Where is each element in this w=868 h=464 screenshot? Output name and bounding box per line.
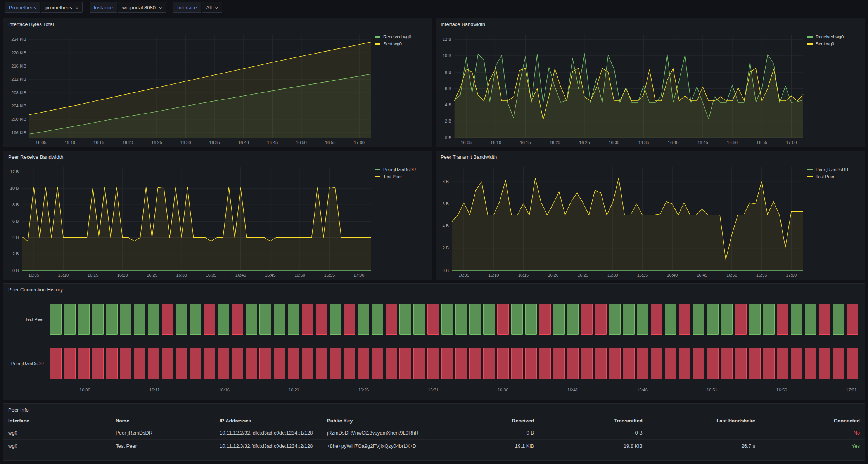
state-bar-connected[interactable]	[176, 304, 187, 335]
state-bar-disconnected[interactable]	[246, 348, 257, 379]
state-bar-disconnected[interactable]	[190, 348, 201, 379]
state-bar-disconnected[interactable]	[441, 348, 453, 379]
state-bar-connected[interactable]	[413, 304, 425, 335]
state-bar-disconnected[interactable]	[469, 348, 481, 379]
column-header-connected[interactable]: Connected	[760, 416, 865, 426]
state-bar-disconnected[interactable]	[358, 348, 369, 379]
state-bar-disconnected[interactable]	[637, 348, 648, 379]
variable-dropdown-prometheus[interactable]: prometheus	[41, 2, 83, 13]
panel-title[interactable]: Peer Receive Bandwidth	[8, 154, 63, 160]
state-bar-disconnected[interactable]	[302, 348, 313, 379]
state-bar-connected[interactable]	[721, 304, 733, 335]
state-bar-disconnected[interactable]	[162, 304, 173, 335]
state-bar-disconnected[interactable]	[819, 304, 830, 335]
state-bar-disconnected[interactable]	[386, 348, 397, 379]
state-bar-disconnected[interactable]	[330, 348, 341, 379]
state-bar-disconnected[interactable]	[651, 304, 662, 335]
column-header-transmitted[interactable]: Transmitted	[539, 416, 647, 426]
state-bar-connected[interactable]	[120, 304, 131, 335]
state-bar-connected[interactable]	[288, 304, 299, 335]
state-bar-disconnected[interactable]	[679, 304, 690, 335]
state-bar-disconnected[interactable]	[413, 348, 425, 379]
state-bar-connected[interactable]	[791, 304, 802, 335]
panel-title[interactable]: Peer Transmit Bandwidth	[441, 154, 497, 160]
state-bar-disconnected[interactable]	[595, 304, 607, 335]
state-bar-disconnected[interactable]	[791, 348, 802, 379]
state-bar-connected[interactable]	[833, 304, 844, 335]
state-bar-connected[interactable]	[358, 304, 369, 335]
state-bar-disconnected[interactable]	[833, 348, 844, 379]
state-bar-disconnected[interactable]	[665, 348, 676, 379]
plot-area[interactable]: 8 B6 B4 B2 B0 B16:0516:1016:1516:2016:25…	[438, 163, 806, 279]
column-header-ip-addresses[interactable]: IP Addresses	[215, 416, 322, 426]
state-bar-disconnected[interactable]	[539, 348, 551, 379]
state-bar-disconnected[interactable]	[120, 348, 131, 379]
state-bar-disconnected[interactable]	[232, 304, 243, 335]
state-bar-disconnected[interactable]	[483, 348, 495, 379]
state-bar-disconnected[interactable]	[651, 348, 662, 379]
column-header-last-handshake[interactable]: Last Handshake	[647, 416, 760, 426]
state-bar-disconnected[interactable]	[232, 348, 243, 379]
state-bar-disconnected[interactable]	[344, 304, 355, 335]
state-bar-disconnected[interactable]	[581, 348, 593, 379]
column-header-interface[interactable]: Interface	[3, 416, 111, 426]
state-bar-connected[interactable]	[50, 304, 62, 335]
state-bar-disconnected[interactable]	[50, 348, 62, 379]
state-bar-connected[interactable]	[525, 304, 537, 335]
state-bar-disconnected[interactable]	[749, 348, 761, 379]
state-bar-disconnected[interactable]	[511, 348, 523, 379]
state-bar-disconnected[interactable]	[497, 304, 509, 335]
legend-item-received-wg0[interactable]: Received wg0	[807, 35, 861, 39]
column-header-name[interactable]: Name	[111, 416, 215, 426]
state-bar-disconnected[interactable]	[204, 348, 215, 379]
state-bar-connected[interactable]	[330, 304, 341, 335]
state-bar-connected[interactable]	[483, 304, 495, 335]
state-bar-connected[interactable]	[92, 304, 104, 335]
state-bar-connected[interactable]	[148, 304, 159, 335]
state-bar-disconnected[interactable]	[386, 304, 397, 335]
state-bar-disconnected[interactable]	[106, 348, 118, 379]
column-header-received[interactable]: Received	[446, 416, 539, 426]
column-header-public-key[interactable]: Public Key	[322, 416, 446, 426]
state-bar-connected[interactable]	[78, 304, 90, 335]
state-bar-disconnected[interactable]	[162, 348, 173, 379]
panel-title[interactable]: Peer Info	[8, 407, 29, 413]
state-bar-connected[interactable]	[749, 304, 761, 335]
state-bar-connected[interactable]	[399, 304, 411, 335]
state-bar-connected[interactable]	[693, 304, 704, 335]
legend-item-received-wg0[interactable]: Received wg0	[375, 35, 428, 39]
panel-title[interactable]: Peer Connection History	[8, 287, 63, 293]
state-bar-disconnected[interactable]	[595, 348, 607, 379]
state-bar-connected[interactable]	[246, 304, 257, 335]
plot-area[interactable]: 12 B10 B8 B6 B4 B2 B0 B16:0516:1016:1516…	[438, 30, 806, 146]
state-bar-disconnected[interactable]	[455, 348, 467, 379]
state-bar-disconnected[interactable]	[777, 304, 788, 335]
state-bar-disconnected[interactable]	[134, 348, 145, 379]
legend-item-peer-jrzmdsdr[interactable]: Peer jRzmDsDR	[375, 167, 428, 172]
state-bar-disconnected[interactable]	[609, 348, 621, 379]
state-bar-connected[interactable]	[106, 304, 118, 335]
legend-item-test-peer[interactable]: Test Peer	[807, 174, 861, 179]
state-bar-connected[interactable]	[707, 304, 718, 335]
state-bar-disconnected[interactable]	[427, 304, 439, 335]
state-bar-disconnected[interactable]	[721, 348, 733, 379]
plot-area[interactable]: 224 KiB220 KiB216 KiB212 KiB208 KiB204 K…	[6, 30, 373, 146]
state-bar-disconnected[interactable]	[735, 304, 747, 335]
state-bar-disconnected[interactable]	[525, 348, 537, 379]
state-bar-disconnected[interactable]	[78, 348, 90, 379]
state-bar-disconnected[interactable]	[567, 348, 579, 379]
state-bar-disconnected[interactable]	[735, 348, 747, 379]
time-series-chart[interactable]: 12 B10 B8 B6 B4 B2 B0 B16:0516:1016:1516…	[438, 30, 806, 146]
state-bar-connected[interactable]	[190, 304, 201, 335]
state-bar-disconnected[interactable]	[148, 348, 159, 379]
state-bar-connected[interactable]	[623, 304, 635, 335]
state-bar-connected[interactable]	[372, 304, 383, 335]
state-bar-disconnected[interactable]	[553, 348, 565, 379]
state-bar-connected[interactable]	[553, 304, 565, 335]
time-series-chart[interactable]: 224 KiB220 KiB216 KiB212 KiB208 KiB204 K…	[6, 30, 373, 146]
state-bar-disconnected[interactable]	[316, 304, 327, 335]
state-bar-disconnected[interactable]	[693, 348, 704, 379]
state-bar-disconnected[interactable]	[259, 348, 271, 379]
state-bar-disconnected[interactable]	[707, 348, 718, 379]
variable-dropdown-instance[interactable]: wg-portal:8080	[118, 2, 166, 13]
